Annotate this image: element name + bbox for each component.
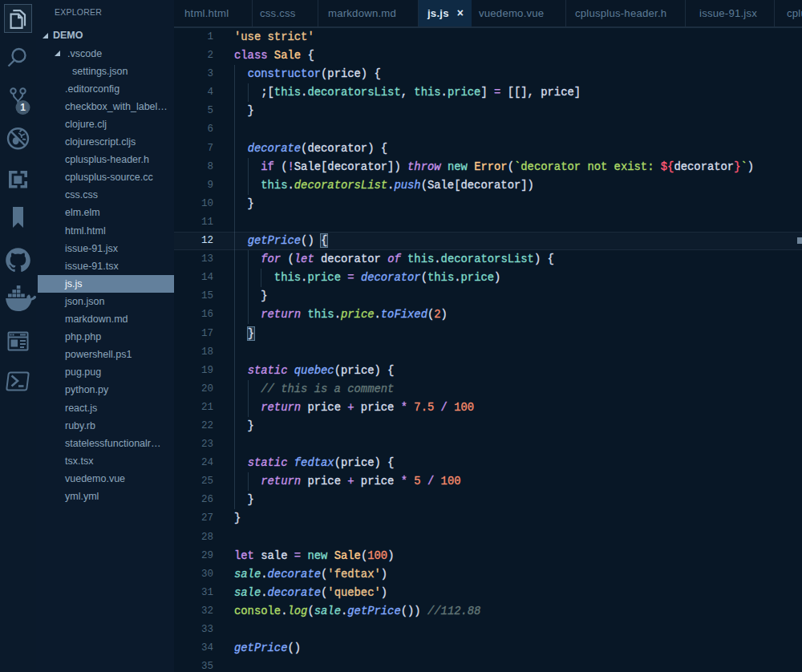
svg-text:1: 1 bbox=[20, 102, 26, 113]
